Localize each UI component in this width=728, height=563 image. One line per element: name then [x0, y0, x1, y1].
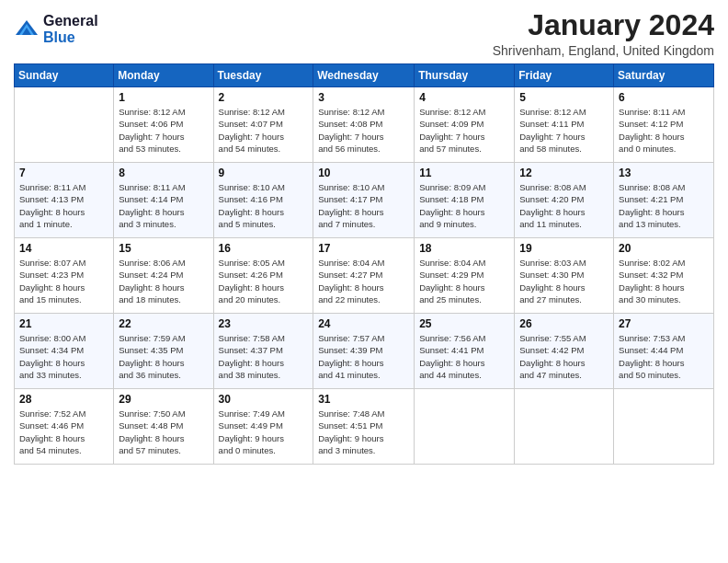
day-info: Sunrise: 8:00 AM Sunset: 4:34 PM Dayligh…	[19, 332, 108, 381]
calendar-cell: 9Sunrise: 8:10 AM Sunset: 4:16 PM Daylig…	[213, 163, 313, 238]
day-info: Sunrise: 8:11 AM Sunset: 4:12 PM Dayligh…	[619, 106, 709, 155]
day-info: Sunrise: 7:53 AM Sunset: 4:44 PM Dayligh…	[619, 332, 709, 381]
day-info: Sunrise: 8:03 AM Sunset: 4:30 PM Dayligh…	[519, 257, 609, 305]
calendar-cell	[614, 389, 714, 465]
calendar-cell: 30Sunrise: 7:49 AM Sunset: 4:49 PM Dayli…	[213, 389, 313, 465]
day-number: 10	[318, 167, 409, 179]
calendar-cell: 8Sunrise: 8:11 AM Sunset: 4:14 PM Daylig…	[114, 163, 213, 238]
calendar-cell: 2Sunrise: 8:12 AM Sunset: 4:07 PM Daylig…	[213, 87, 313, 163]
day-number: 16	[219, 242, 309, 255]
day-number: 22	[119, 317, 208, 330]
calendar-cell: 28Sunrise: 7:52 AM Sunset: 4:46 PM Dayli…	[15, 389, 114, 465]
day-number: 5	[519, 91, 609, 104]
day-number: 30	[219, 393, 309, 406]
calendar-cell: 10Sunrise: 8:10 AM Sunset: 4:17 PM Dayli…	[313, 163, 415, 238]
location: Shrivenham, England, United Kingdom	[493, 43, 714, 58]
day-header-saturday: Saturday	[614, 64, 714, 87]
day-number: 20	[619, 242, 709, 255]
day-header-sunday: Sunday	[15, 64, 114, 87]
day-info: Sunrise: 8:12 AM Sunset: 4:07 PM Dayligh…	[219, 106, 309, 155]
calendar-week-row: 14Sunrise: 8:07 AM Sunset: 4:23 PM Dayli…	[15, 238, 714, 314]
day-info: Sunrise: 8:04 AM Sunset: 4:27 PM Dayligh…	[318, 257, 409, 305]
day-info: Sunrise: 8:10 AM Sunset: 4:16 PM Dayligh…	[219, 181, 309, 230]
logo-text: General Blue	[43, 13, 98, 45]
day-number: 8	[119, 167, 208, 179]
day-info: Sunrise: 8:08 AM Sunset: 4:20 PM Dayligh…	[519, 181, 609, 230]
day-info: Sunrise: 7:59 AM Sunset: 4:35 PM Dayligh…	[119, 332, 208, 381]
calendar-cell: 29Sunrise: 7:50 AM Sunset: 4:48 PM Dayli…	[114, 389, 213, 465]
calendar-cell: 13Sunrise: 8:08 AM Sunset: 4:21 PM Dayli…	[614, 163, 714, 238]
calendar-cell: 31Sunrise: 7:48 AM Sunset: 4:51 PM Dayli…	[313, 389, 415, 465]
day-info: Sunrise: 8:12 AM Sunset: 4:11 PM Dayligh…	[519, 106, 609, 155]
day-header-tuesday: Tuesday	[213, 64, 313, 87]
calendar-cell: 22Sunrise: 7:59 AM Sunset: 4:35 PM Dayli…	[114, 314, 213, 389]
calendar-week-row: 1Sunrise: 8:12 AM Sunset: 4:06 PM Daylig…	[15, 87, 714, 163]
day-info: Sunrise: 8:08 AM Sunset: 4:21 PM Dayligh…	[619, 181, 709, 230]
day-number: 1	[119, 91, 208, 104]
day-header-wednesday: Wednesday	[313, 64, 415, 87]
day-info: Sunrise: 7:57 AM Sunset: 4:39 PM Dayligh…	[318, 332, 409, 381]
day-number: 31	[318, 393, 409, 406]
logo: General Blue	[14, 13, 98, 45]
day-number: 28	[19, 393, 108, 406]
day-number: 25	[419, 317, 509, 330]
day-info: Sunrise: 7:55 AM Sunset: 4:42 PM Dayligh…	[519, 332, 609, 381]
day-number: 24	[318, 317, 409, 330]
calendar-cell: 4Sunrise: 8:12 AM Sunset: 4:09 PM Daylig…	[415, 87, 515, 163]
day-number: 29	[119, 393, 208, 406]
calendar-cell: 27Sunrise: 7:53 AM Sunset: 4:44 PM Dayli…	[614, 314, 714, 389]
day-info: Sunrise: 8:12 AM Sunset: 4:09 PM Dayligh…	[419, 106, 509, 155]
day-number: 13	[619, 167, 709, 179]
day-info: Sunrise: 8:09 AM Sunset: 4:18 PM Dayligh…	[419, 181, 509, 230]
calendar-cell: 11Sunrise: 8:09 AM Sunset: 4:18 PM Dayli…	[415, 163, 515, 238]
day-info: Sunrise: 7:58 AM Sunset: 4:37 PM Dayligh…	[219, 332, 309, 381]
calendar-header-row: SundayMondayTuesdayWednesdayThursdayFrid…	[15, 64, 714, 87]
calendar-cell: 5Sunrise: 8:12 AM Sunset: 4:11 PM Daylig…	[515, 87, 614, 163]
header: General Blue January 2024 Shrivenham, En…	[14, 9, 714, 58]
calendar-cell: 12Sunrise: 8:08 AM Sunset: 4:20 PM Dayli…	[515, 163, 614, 238]
calendar-cell: 26Sunrise: 7:55 AM Sunset: 4:42 PM Dayli…	[515, 314, 614, 389]
title-block: January 2024 Shrivenham, England, United…	[493, 9, 714, 58]
calendar-table: SundayMondayTuesdayWednesdayThursdayFrid…	[14, 63, 714, 465]
day-info: Sunrise: 8:11 AM Sunset: 4:14 PM Dayligh…	[119, 181, 208, 230]
calendar-cell: 18Sunrise: 8:04 AM Sunset: 4:29 PM Dayli…	[415, 238, 515, 314]
calendar-cell	[15, 87, 114, 163]
day-number: 21	[19, 317, 108, 330]
day-info: Sunrise: 7:52 AM Sunset: 4:46 PM Dayligh…	[19, 408, 108, 456]
day-number: 27	[619, 317, 709, 330]
day-number: 19	[519, 242, 609, 255]
day-number: 2	[219, 91, 309, 104]
calendar-cell: 7Sunrise: 8:11 AM Sunset: 4:13 PM Daylig…	[15, 163, 114, 238]
day-header-monday: Monday	[114, 64, 213, 87]
calendar-week-row: 28Sunrise: 7:52 AM Sunset: 4:46 PM Dayli…	[15, 389, 714, 465]
day-info: Sunrise: 7:56 AM Sunset: 4:41 PM Dayligh…	[419, 332, 509, 381]
day-number: 18	[419, 242, 509, 255]
calendar-cell: 20Sunrise: 8:02 AM Sunset: 4:32 PM Dayli…	[614, 238, 714, 314]
day-info: Sunrise: 8:11 AM Sunset: 4:13 PM Dayligh…	[19, 181, 108, 230]
calendar-cell: 16Sunrise: 8:05 AM Sunset: 4:26 PM Dayli…	[213, 238, 313, 314]
page: General Blue January 2024 Shrivenham, En…	[0, 0, 728, 563]
day-header-thursday: Thursday	[415, 64, 515, 87]
day-info: Sunrise: 7:49 AM Sunset: 4:49 PM Dayligh…	[219, 408, 309, 456]
month-title: January 2024	[493, 9, 714, 41]
day-number: 3	[318, 91, 409, 104]
day-number: 23	[219, 317, 309, 330]
calendar-cell: 24Sunrise: 7:57 AM Sunset: 4:39 PM Dayli…	[313, 314, 415, 389]
day-info: Sunrise: 8:07 AM Sunset: 4:23 PM Dayligh…	[19, 257, 108, 305]
day-number: 4	[419, 91, 509, 104]
day-number: 15	[119, 242, 208, 255]
day-info: Sunrise: 8:05 AM Sunset: 4:26 PM Dayligh…	[219, 257, 309, 305]
calendar-cell: 17Sunrise: 8:04 AM Sunset: 4:27 PM Dayli…	[313, 238, 415, 314]
day-number: 9	[219, 167, 309, 179]
calendar-cell: 15Sunrise: 8:06 AM Sunset: 4:24 PM Dayli…	[114, 238, 213, 314]
calendar-cell: 14Sunrise: 8:07 AM Sunset: 4:23 PM Dayli…	[15, 238, 114, 314]
calendar-week-row: 7Sunrise: 8:11 AM Sunset: 4:13 PM Daylig…	[15, 163, 714, 238]
day-info: Sunrise: 7:48 AM Sunset: 4:51 PM Dayligh…	[318, 408, 409, 456]
calendar-cell	[415, 389, 515, 465]
day-number: 11	[419, 167, 509, 179]
calendar-cell: 25Sunrise: 7:56 AM Sunset: 4:41 PM Dayli…	[415, 314, 515, 389]
calendar-cell: 6Sunrise: 8:11 AM Sunset: 4:12 PM Daylig…	[614, 87, 714, 163]
day-number: 14	[19, 242, 108, 255]
day-info: Sunrise: 8:10 AM Sunset: 4:17 PM Dayligh…	[318, 181, 409, 230]
day-number: 12	[519, 167, 609, 179]
